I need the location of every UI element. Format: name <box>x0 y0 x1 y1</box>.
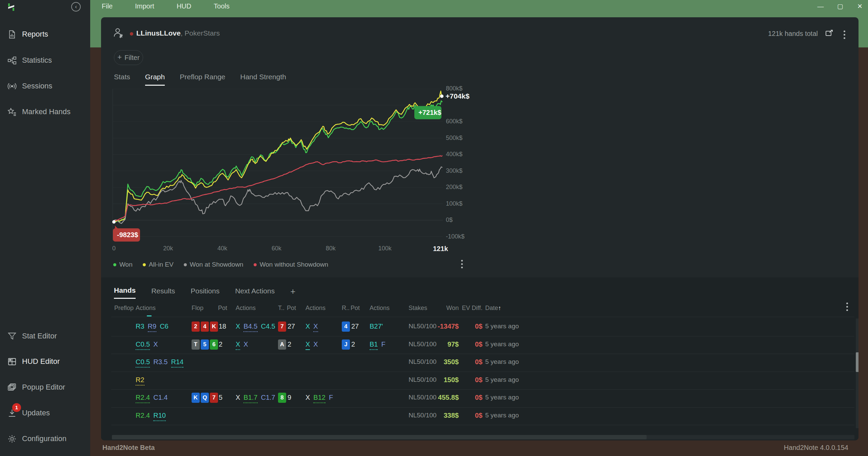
action-token[interactable]: R2 <box>136 376 144 386</box>
column-header-pot[interactable]: Pot <box>351 305 360 312</box>
tab-graph[interactable]: Graph <box>145 73 165 86</box>
menu-import[interactable]: Import <box>130 2 159 10</box>
legend-item-won[interactable]: Won <box>113 261 133 268</box>
cell-preflop-actions: R3R9C6 <box>136 323 172 332</box>
action-token[interactable]: F <box>329 394 333 402</box>
tab-hand-strength[interactable]: Hand Strength <box>240 73 286 86</box>
column-header-pot[interactable]: Pot <box>218 305 227 312</box>
y-tick-label: -100k$ <box>446 233 465 240</box>
action-token[interactable]: B12 <box>313 394 326 403</box>
action-token[interactable]: R2.4 <box>136 394 150 403</box>
card: K <box>210 322 218 332</box>
action-token[interactable]: B27' <box>370 323 383 331</box>
action-token[interactable]: X <box>305 340 310 350</box>
cell-date: 5 years ago <box>485 340 519 348</box>
sidebar-item-reports[interactable]: Reports <box>0 26 90 42</box>
horizontal-scrollbar-thumb[interactable] <box>112 435 647 439</box>
column-header-pot[interactable]: Pot <box>287 305 296 312</box>
action-token[interactable]: C0.5 <box>136 340 150 350</box>
table-tab-next-actions[interactable]: Next Actions <box>235 287 275 298</box>
table-row[interactable]: R2.4C1.4KQ75XB1.7C1.789XB12FNL50/100455.… <box>101 389 859 407</box>
legend-item-all-in-ev[interactable]: All-in EV <box>143 261 174 268</box>
column-header-r-[interactable]: R.. <box>342 305 350 312</box>
table-tab-results[interactable]: Results <box>151 287 175 298</box>
close-button[interactable]: ✕ <box>856 2 864 10</box>
action-token[interactable]: R14 <box>171 358 184 368</box>
report-menu-kebab-icon[interactable] <box>844 30 846 41</box>
table-row[interactable]: C0.5XT562XXA2XXJ2B1FNL50/10097$0$5 years… <box>101 336 859 354</box>
column-header-preflop[interactable]: Preflop <box>114 305 134 312</box>
tab-preflop-range[interactable]: Preflop Range <box>180 73 225 86</box>
column-header-actions[interactable]: Actions <box>305 305 326 312</box>
column-header-ev-diff-[interactable]: EV Diff. <box>455 305 482 312</box>
action-token[interactable]: X <box>236 340 240 350</box>
tab-stats[interactable]: Stats <box>114 73 130 86</box>
player-name[interactable]: LLinusLLove, PokerStars <box>136 29 220 37</box>
vertical-scrollbar-thumb[interactable] <box>856 352 859 372</box>
action-token[interactable]: R2.4 <box>136 412 150 420</box>
action-token[interactable]: R10 <box>153 412 166 421</box>
action-token[interactable]: B4.5 <box>243 323 257 332</box>
sort-ascending-icon[interactable]: ↑ <box>498 305 501 312</box>
table-row[interactable]: R3R9C624K18XB4.5C4.5727XX427B27'NL50/100… <box>101 318 859 336</box>
action-token[interactable]: C6 <box>160 323 169 331</box>
action-token[interactable]: X <box>243 340 248 349</box>
column-header-won[interactable]: Won <box>428 305 459 312</box>
action-token[interactable]: F <box>381 340 385 349</box>
action-token[interactable]: X <box>305 323 310 331</box>
column-header-date[interactable]: Date ↑ <box>485 305 498 312</box>
table-tab-hands[interactable]: Hands <box>114 286 136 299</box>
action-token[interactable]: X <box>236 394 240 402</box>
menu-tools[interactable]: Tools <box>209 2 234 10</box>
action-token[interactable]: X <box>313 340 318 349</box>
menu-file[interactable]: File <box>97 2 117 10</box>
action-token[interactable]: C1.7 <box>261 394 275 402</box>
action-token[interactable]: R9 <box>148 323 157 332</box>
popout-icon[interactable] <box>825 29 834 37</box>
column-header-actions[interactable]: Actions <box>370 305 390 312</box>
filter-button[interactable]: + Filter <box>114 50 143 65</box>
vertical-scrollbar[interactable] <box>856 318 859 428</box>
table-row[interactable]: R2.4R10NL50/100338$0$5 years ago <box>101 407 859 425</box>
action-token[interactable]: C0.5 <box>136 358 150 368</box>
action-token[interactable]: X <box>153 340 158 349</box>
action-token[interactable]: B1 <box>370 340 378 350</box>
action-token[interactable]: X <box>305 394 310 402</box>
winnings-chart[interactable] <box>113 89 442 240</box>
sidebar-item-statistics[interactable]: Statistics <box>0 53 90 68</box>
sidebar-item-marked-hands[interactable]: Marked Hands <box>0 104 90 120</box>
column-header-actions[interactable]: Actions <box>136 305 156 312</box>
legend-item-won-at-showdown[interactable]: Won at Showdown <box>184 261 243 268</box>
column-header-actions[interactable]: Actions <box>236 305 256 312</box>
minimize-button[interactable]: — <box>816 3 825 10</box>
sidebar-item-configuration[interactable]: Configuration <box>0 431 90 447</box>
table-tab-positions[interactable]: Positions <box>191 287 219 298</box>
action-token[interactable]: C4.5 <box>261 323 275 331</box>
add-tab-button[interactable]: + <box>290 286 295 299</box>
horizontal-scrollbar[interactable] <box>112 435 854 439</box>
chart-menu-kebab-icon[interactable] <box>461 260 463 270</box>
maximize-button[interactable]: ▢ <box>836 2 844 10</box>
action-token[interactable]: X <box>313 323 318 332</box>
sidebar-collapse-button[interactable]: ‹ <box>71 2 81 12</box>
series-all-in-ev <box>114 91 442 222</box>
sidebar-item-updates[interactable]: 1Updates <box>0 405 90 421</box>
sidebar-item-popup-editor[interactable]: Popup Editor <box>0 379 90 395</box>
sidebar-item-sessions[interactable]: Sessions <box>0 78 90 94</box>
table-row[interactable]: R2NL50/100150$0$5 years ago <box>101 372 859 389</box>
menu-hud[interactable]: HUD <box>172 2 196 10</box>
action-token[interactable]: C1.4 <box>153 394 167 402</box>
sidebar-item-stat-editor[interactable]: Stat Editor <box>0 328 90 344</box>
legend-item-won-without-showdown[interactable]: Won without Showdown <box>254 261 328 268</box>
column-header-flop[interactable]: Flop <box>192 305 203 312</box>
column-header-stakes[interactable]: Stakes <box>409 305 427 312</box>
action-token[interactable]: R3 <box>136 323 144 331</box>
action-token[interactable]: R3.5 <box>153 358 167 367</box>
action-token[interactable]: B1.7 <box>243 394 257 403</box>
action-token[interactable]: X <box>236 323 240 331</box>
sidebar-item-hud-editor[interactable]: HUD Editor <box>0 354 90 369</box>
column-header-t-[interactable]: T.. <box>278 305 284 312</box>
cell-date: 5 years ago <box>485 358 519 366</box>
player-switch-icon[interactable] <box>113 27 123 38</box>
table-row[interactable]: C0.5R3.5R14NL50/100350$0$5 years ago <box>101 354 859 371</box>
